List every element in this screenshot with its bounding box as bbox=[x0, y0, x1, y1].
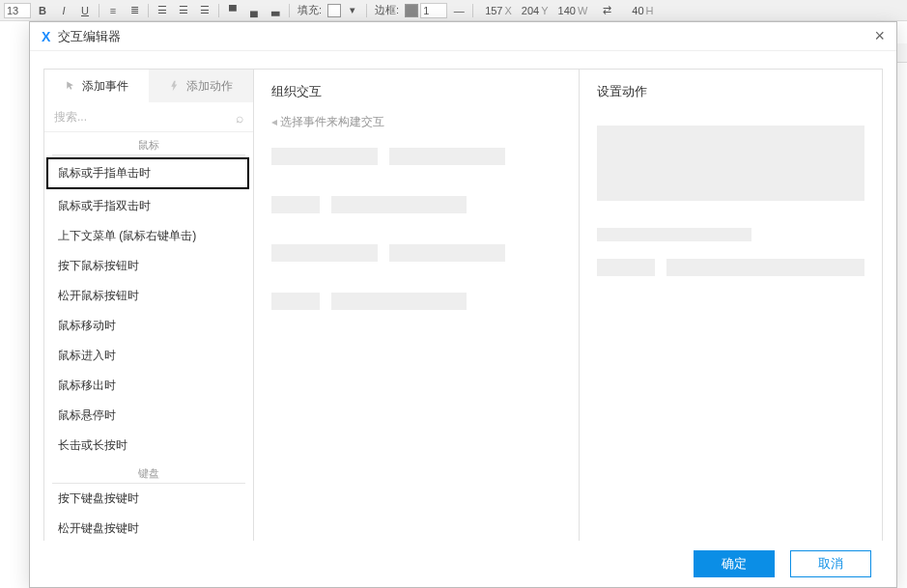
search-row: ⌕ bbox=[44, 102, 253, 132]
event-mouse-down[interactable]: 按下鼠标按钮时 bbox=[44, 251, 253, 281]
group-mouse-header: 鼠标 bbox=[52, 132, 245, 155]
tab-add-action-label: 添加动作 bbox=[186, 78, 233, 95]
cancel-button[interactable]: 取消 bbox=[790, 550, 871, 577]
align-middle-button[interactable]: ▄ bbox=[244, 2, 264, 19]
y-value: 204 bbox=[522, 5, 539, 16]
organize-title: 组织交互 bbox=[271, 83, 561, 100]
organize-hint: 选择事件来构建交互 bbox=[271, 114, 561, 130]
tab-add-event[interactable]: 添加事件 bbox=[44, 70, 149, 102]
event-context-menu[interactable]: 上下文菜单 (鼠标右键单击) bbox=[44, 221, 253, 251]
tab-add-action[interactable]: 添加动作 bbox=[149, 70, 253, 102]
line-style-button[interactable]: — bbox=[449, 2, 468, 19]
align-bottom-button[interactable]: ▃ bbox=[266, 2, 285, 19]
action-settings-title: 设置动作 bbox=[597, 83, 864, 100]
event-mouse-enter[interactable]: 鼠标进入时 bbox=[44, 341, 253, 371]
group-keyboard-header: 键盘 bbox=[52, 461, 245, 484]
tab-add-event-label: 添加事件 bbox=[82, 78, 128, 95]
fill-swatch[interactable] bbox=[327, 4, 341, 17]
organize-panel: 组织交互 选择事件来构建交互 bbox=[254, 69, 580, 541]
events-panel: 添加事件 添加动作 ⌕ 鼠标 鼠标或手指单击时 鼠标或手指双击时 上下文菜单 (… bbox=[43, 69, 254, 541]
underline-button[interactable]: U bbox=[75, 2, 95, 19]
border-width-field[interactable]: 1 bbox=[420, 3, 447, 18]
font-size-value: 13 bbox=[7, 5, 18, 16]
border-swatch[interactable] bbox=[405, 4, 418, 17]
fill-dropdown-icon[interactable]: ▾ bbox=[343, 2, 362, 19]
event-key-down[interactable]: 按下键盘按键时 bbox=[44, 484, 253, 514]
cursor-icon bbox=[65, 80, 76, 92]
panel-tabs: 添加事件 添加动作 bbox=[44, 70, 253, 102]
lock-icon[interactable]: ⇄ bbox=[597, 2, 616, 19]
h-label: H bbox=[646, 5, 654, 16]
event-mouse-dblclick[interactable]: 鼠标或手指双击时 bbox=[44, 191, 253, 221]
h-value: 40 bbox=[632, 5, 643, 16]
dialog-footer: 确定 取消 bbox=[30, 541, 896, 587]
w-value: 140 bbox=[558, 5, 576, 16]
event-mouse-click[interactable]: 鼠标或手指单击时 bbox=[46, 157, 249, 189]
align-left-button[interactable]: ☰ bbox=[153, 2, 172, 19]
align-top-button[interactable]: ▀ bbox=[223, 2, 242, 19]
border-label: 边框: bbox=[371, 3, 403, 17]
align-center-button[interactable]: ☰ bbox=[174, 2, 193, 19]
event-long-press[interactable]: 长击或长按时 bbox=[44, 431, 253, 461]
interaction-editor-dialog: X 交互编辑器 × 添加事件 添加动作 ⌕ 鼠标 鼠标或手 bbox=[29, 21, 897, 588]
close-button[interactable]: × bbox=[874, 26, 885, 46]
bullet-list-button[interactable]: ≡ bbox=[103, 2, 123, 19]
axure-logo-icon: X bbox=[42, 29, 50, 44]
x-label: X bbox=[504, 5, 511, 16]
w-label: W bbox=[578, 5, 587, 16]
fill-label: 填充: bbox=[294, 3, 326, 17]
event-mouse-leave[interactable]: 鼠标移出时 bbox=[44, 371, 253, 401]
y-label: Y bbox=[541, 5, 548, 16]
event-key-up[interactable]: 松开键盘按键时 bbox=[44, 514, 253, 541]
action-settings-panel: 设置动作 bbox=[580, 69, 883, 541]
ok-button[interactable]: 确定 bbox=[694, 550, 775, 577]
x-value: 157 bbox=[485, 5, 502, 16]
search-icon: ⌕ bbox=[236, 110, 243, 126]
lightning-icon bbox=[169, 80, 181, 92]
number-list-button[interactable]: ≣ bbox=[125, 2, 144, 19]
event-list: 鼠标 鼠标或手指单击时 鼠标或手指双击时 上下文菜单 (鼠标右键单击) 按下鼠标… bbox=[44, 132, 253, 541]
dialog-header: X 交互编辑器 × bbox=[30, 22, 896, 51]
format-toolbar: 13 B I U ≡ ≣ ☰ ☰ ☰ ▀ ▄ ▃ 填充: ▾ 边框: 1 — 1… bbox=[0, 0, 907, 21]
italic-button[interactable]: I bbox=[54, 2, 73, 19]
search-input[interactable] bbox=[50, 106, 247, 127]
event-mouse-hover[interactable]: 鼠标悬停时 bbox=[44, 401, 253, 431]
bold-button[interactable]: B bbox=[33, 2, 52, 19]
align-right-button[interactable]: ☰ bbox=[195, 2, 214, 19]
event-mouse-move[interactable]: 鼠标移动时 bbox=[44, 311, 253, 341]
dialog-title: 交互编辑器 bbox=[58, 28, 121, 45]
event-mouse-up[interactable]: 松开鼠标按钮时 bbox=[44, 281, 253, 311]
font-size-field[interactable]: 13 bbox=[4, 3, 31, 18]
